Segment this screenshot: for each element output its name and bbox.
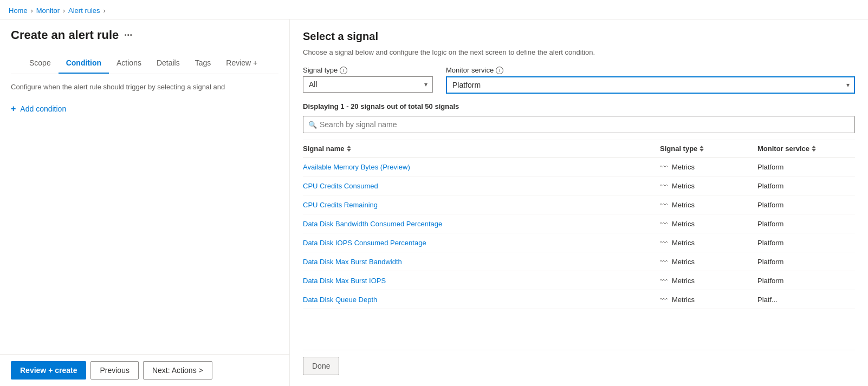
signal-type-dropdown-wrapper: All: [303, 76, 433, 93]
signal-link-5[interactable]: Data Disk Max Burst Bandwidth: [303, 258, 402, 266]
signal-type-value-4: Metrics: [672, 239, 695, 247]
search-wrapper: 🔍: [303, 116, 855, 133]
metrics-icon-7: 〰: [660, 295, 668, 304]
signal-type-info-icon[interactable]: i: [340, 67, 347, 74]
signal-link-3[interactable]: Data Disk Bandwidth Consumed Percentage: [303, 220, 442, 228]
monitor-service-dropdown-wrapper: Platform: [446, 76, 855, 94]
metrics-icon-0: 〰: [660, 162, 668, 171]
panel-subtitle: Choose a signal below and configure the …: [303, 48, 855, 56]
signal-name-cell-3: Data Disk Bandwidth Consumed Percentage: [303, 219, 660, 228]
signal-type-value-0: Metrics: [672, 163, 695, 171]
monitor-service-value-5: Platform: [757, 258, 855, 266]
table-row[interactable]: Data Disk Queue Depth 〰 Metrics Platf...: [303, 290, 855, 309]
signal-type-cell-4: 〰 Metrics: [660, 238, 757, 247]
breadcrumb: Home › Monitor › Alert rules ›: [0, 0, 868, 19]
filter-row: Signal type i All Monitor service i Plat…: [303, 66, 855, 94]
signal-name-cell-4: Data Disk IOPS Consumed Percentage: [303, 238, 660, 247]
tab-bar: Scope Condition Actions Details Tags Rev…: [11, 53, 278, 74]
tab-scope[interactable]: Scope: [22, 53, 59, 74]
add-condition-button[interactable]: + Add condition: [11, 102, 66, 116]
done-button[interactable]: Done: [303, 357, 339, 375]
signal-type-value-3: Metrics: [672, 220, 695, 228]
monitor-service-info-icon[interactable]: i: [496, 67, 503, 74]
tab-review[interactable]: Review +: [218, 53, 265, 74]
signal-type-label: Signal type: [303, 66, 338, 74]
signal-type-value-2: Metrics: [672, 201, 695, 209]
tab-details[interactable]: Details: [149, 53, 187, 74]
search-input[interactable]: [303, 116, 855, 133]
table-header: Signal name Signal type Monitor service: [303, 140, 855, 158]
table-body: Available Memory Bytes (Preview) 〰 Metri…: [303, 158, 855, 309]
previous-button[interactable]: Previous: [90, 361, 138, 380]
table-row[interactable]: CPU Credits Remaining 〰 Metrics Platform: [303, 195, 855, 214]
signal-type-cell-1: 〰 Metrics: [660, 181, 757, 190]
breadcrumb-sep-3: ›: [103, 7, 106, 15]
add-condition-label: Add condition: [20, 104, 66, 113]
tab-condition[interactable]: Condition: [59, 53, 109, 74]
breadcrumb-alert-rules[interactable]: Alert rules: [68, 6, 100, 15]
signal-link-4[interactable]: Data Disk IOPS Consumed Percentage: [303, 239, 426, 247]
breadcrumb-home[interactable]: Home: [9, 6, 28, 15]
review-create-button[interactable]: Review + create: [11, 361, 86, 380]
sort-signal-name[interactable]: [347, 146, 351, 152]
signal-name-cell-1: CPU Credits Consumed: [303, 181, 660, 190]
monitor-service-value-0: Platform: [757, 163, 855, 171]
tab-actions[interactable]: Actions: [109, 53, 149, 74]
monitor-service-select[interactable]: Platform: [446, 76, 855, 94]
signal-type-group: Signal type i All: [303, 66, 433, 94]
monitor-service-value-3: Platform: [757, 220, 855, 228]
signal-link-6[interactable]: Data Disk Max Burst IOPS: [303, 277, 386, 285]
metrics-icon-2: 〰: [660, 200, 668, 209]
signal-name-cell-7: Data Disk Queue Depth: [303, 295, 660, 304]
table-row[interactable]: Data Disk Max Burst IOPS 〰 Metrics Platf…: [303, 271, 855, 290]
metrics-icon-3: 〰: [660, 219, 668, 228]
signal-name-cell-5: Data Disk Max Burst Bandwidth: [303, 257, 660, 266]
tab-tags[interactable]: Tags: [187, 53, 219, 74]
col-signal-name: Signal name: [303, 145, 660, 153]
signal-link-0[interactable]: Available Memory Bytes (Preview): [303, 163, 410, 171]
signal-link-1[interactable]: CPU Credits Consumed: [303, 182, 378, 190]
signals-table: Signal name Signal type Monitor service: [303, 140, 855, 348]
signal-type-cell-5: 〰 Metrics: [660, 257, 757, 266]
bottom-action-bar: Review + create Previous Next: Actions >: [0, 354, 289, 386]
signal-name-cell-6: Data Disk Max Burst IOPS: [303, 276, 660, 285]
monitor-service-value-4: Platform: [757, 239, 855, 247]
signal-link-2[interactable]: CPU Credits Remaining: [303, 201, 378, 209]
signal-link-7[interactable]: Data Disk Queue Depth: [303, 296, 377, 304]
metrics-icon-6: 〰: [660, 276, 668, 285]
signal-type-cell-0: 〰 Metrics: [660, 162, 757, 171]
signal-type-cell-6: 〰 Metrics: [660, 276, 757, 285]
plus-icon: +: [11, 104, 16, 114]
sort-signal-type[interactable]: [699, 146, 704, 152]
col-signal-type: Signal type: [660, 145, 757, 153]
metrics-icon-5: 〰: [660, 257, 668, 266]
signal-type-cell-2: 〰 Metrics: [660, 200, 757, 209]
metrics-icon-1: 〰: [660, 181, 668, 190]
monitor-service-value-2: Platform: [757, 201, 855, 209]
table-row[interactable]: Data Disk Max Burst Bandwidth 〰 Metrics …: [303, 252, 855, 271]
monitor-service-value-6: Platform: [757, 277, 855, 285]
signal-type-value-5: Metrics: [672, 258, 695, 266]
table-row[interactable]: Data Disk Bandwidth Consumed Percentage …: [303, 214, 855, 233]
monitor-service-value-7: Platf...: [757, 296, 855, 304]
signal-type-select[interactable]: All: [303, 76, 433, 93]
table-row[interactable]: CPU Credits Consumed 〰 Metrics Platform: [303, 176, 855, 195]
panel-title: Select a signal: [303, 30, 855, 43]
left-panel: Create an alert rule ··· Scope Condition…: [0, 19, 290, 386]
signal-type-cell-7: 〰 Metrics: [660, 295, 757, 304]
signal-type-value-7: Metrics: [672, 296, 695, 304]
next-actions-button[interactable]: Next: Actions >: [143, 361, 212, 380]
metrics-icon-4: 〰: [660, 238, 668, 247]
breadcrumb-monitor[interactable]: Monitor: [36, 6, 60, 15]
more-options-icon[interactable]: ···: [124, 30, 132, 41]
breadcrumb-sep-2: ›: [63, 7, 65, 15]
signal-type-value-6: Metrics: [672, 277, 695, 285]
table-row[interactable]: Available Memory Bytes (Preview) 〰 Metri…: [303, 158, 855, 176]
table-row[interactable]: Data Disk IOPS Consumed Percentage 〰 Met…: [303, 233, 855, 252]
right-panel: Select a signal Choose a signal below an…: [290, 19, 868, 386]
page-title: Create an alert rule: [11, 28, 119, 42]
sort-monitor-service[interactable]: [812, 146, 816, 152]
signal-name-cell-0: Available Memory Bytes (Preview): [303, 162, 660, 171]
search-icon: 🔍: [308, 121, 317, 129]
monitor-service-group: Monitor service i Platform: [446, 66, 855, 94]
